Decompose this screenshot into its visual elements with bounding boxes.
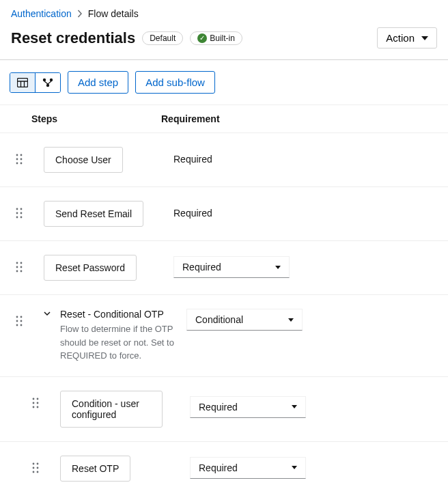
view-table-button[interactable] [10,73,35,92]
subflow-title: Reset - Conditional OTP [60,309,186,320]
badge-default: Default [142,31,183,45]
svg-point-5 [50,78,53,81]
page-title: Reset credentials [11,29,135,47]
table-row: Reset - Conditional OTP Flow to determin… [0,295,448,377]
svg-point-14 [20,208,23,210]
caret-down-icon [292,405,297,408]
svg-point-30 [20,324,23,326]
svg-point-41 [33,471,35,473]
add-step-button[interactable]: Add step [68,71,128,94]
svg-point-12 [20,163,23,165]
caret-down-icon [292,466,297,469]
add-subflow-button[interactable]: Add sub-flow [135,71,215,94]
caret-down-icon [275,266,281,269]
table-row: Reset Password Required [0,241,448,295]
drag-handle-icon[interactable] [27,456,44,473]
svg-point-39 [33,467,35,469]
requirement-select-value: Required [182,262,221,273]
table-row: Choose User Required [0,133,448,187]
svg-point-23 [16,270,18,273]
svg-point-40 [37,467,39,469]
svg-point-32 [37,398,39,400]
column-header-requirement: Requirement [161,113,437,124]
diagram-icon [42,78,53,87]
caret-down-icon [288,318,294,322]
requirement-text: Required [173,208,212,219]
step-box[interactable]: Send Reset Email [44,201,143,227]
requirement-text: Required [173,154,212,165]
svg-point-22 [20,266,23,268]
svg-point-19 [16,262,18,264]
drag-handle-icon[interactable] [11,309,27,326]
breadcrumb: Authentication Flow details [0,0,448,25]
svg-point-27 [16,320,18,322]
svg-point-42 [37,471,39,473]
expand-toggle[interactable] [44,309,60,317]
table-row: Reset OTP Required [0,442,448,488]
svg-point-18 [20,217,23,219]
svg-point-26 [20,316,23,318]
step-box[interactable]: Reset OTP [60,456,130,482]
svg-point-8 [20,154,23,156]
svg-point-21 [16,266,18,268]
svg-point-38 [37,462,39,464]
svg-point-25 [16,316,18,318]
svg-point-31 [33,398,35,400]
drag-handle-icon[interactable] [27,391,44,408]
requirement-select[interactable]: Conditional [186,309,303,331]
subflow-description: Flow to determine if the OTP should be r… [60,322,183,363]
toolbar: Add step Add sub-flow [0,60,448,105]
caret-down-icon [421,36,428,40]
svg-point-24 [20,270,23,273]
check-circle-icon: ✓ [197,33,207,43]
step-box[interactable]: Condition - user configured [60,391,163,428]
requirement-select-value: Conditional [195,314,243,325]
column-header-steps: Steps [31,113,161,124]
table-icon [17,78,28,87]
requirement-select-value: Required [199,402,238,413]
breadcrumb-current: Flow details [88,8,139,19]
svg-point-4 [43,78,46,81]
svg-point-17 [16,217,18,219]
drag-handle-icon[interactable] [11,147,27,165]
svg-point-35 [33,406,35,408]
svg-point-34 [37,402,39,404]
view-toggle [10,72,61,93]
table-header: Steps Requirement [0,105,448,133]
svg-point-29 [16,324,18,326]
svg-point-7 [16,154,18,156]
svg-point-20 [20,262,23,264]
requirement-select[interactable]: Required [190,457,306,479]
svg-point-6 [46,83,49,86]
badge-builtin: ✓ Built-in [190,31,242,45]
step-box[interactable]: Reset Password [44,255,137,281]
table-row: Send Reset Email Required [0,187,448,241]
view-diagram-button[interactable] [35,73,60,92]
action-dropdown-label: Action [386,32,415,44]
svg-point-37 [33,462,35,464]
breadcrumb-link-authentication[interactable]: Authentication [11,8,72,19]
requirement-select[interactable]: Required [190,396,306,418]
svg-point-28 [20,320,23,322]
svg-point-36 [37,406,39,408]
badge-default-text: Default [150,33,176,43]
badge-builtin-text: Built-in [210,33,235,43]
svg-point-10 [20,158,23,161]
svg-point-9 [16,158,18,161]
step-box[interactable]: Choose User [44,147,123,173]
drag-handle-icon[interactable] [11,255,27,273]
requirement-select[interactable]: Required [173,256,290,278]
svg-point-15 [16,212,18,214]
requirement-select-value: Required [199,462,238,473]
svg-point-33 [33,402,35,404]
table-row: Condition - user configured Required [0,377,448,442]
drag-handle-icon[interactable] [11,201,27,219]
svg-point-16 [20,212,23,214]
chevron-right-icon [77,10,83,18]
svg-rect-0 [18,78,28,87]
svg-point-11 [16,163,18,165]
svg-point-13 [16,208,18,210]
action-dropdown-button[interactable]: Action [377,27,437,48]
page-header: Reset credentials Default ✓ Built-in Act… [0,25,448,60]
